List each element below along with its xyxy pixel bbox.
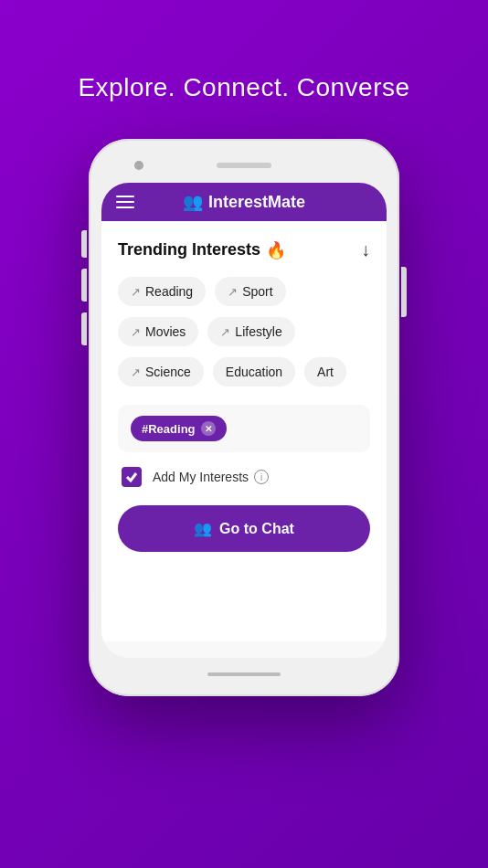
interests-grid: ↗ Reading ↗ Sport ↗ Movies ↗	[118, 277, 370, 386]
hamburger-menu-button[interactable]	[116, 196, 134, 208]
trend-icon: ↗	[131, 285, 141, 299]
interest-tag-reading[interactable]: ↗ Reading	[118, 277, 206, 306]
home-indicator	[207, 672, 281, 676]
phone-camera	[134, 161, 143, 170]
fire-emoji: 🔥	[266, 240, 286, 260]
volume-up-button	[81, 269, 87, 302]
interest-label: Art	[317, 365, 334, 379]
go-to-chat-button[interactable]: 👥 Go to Chat	[118, 505, 370, 552]
interest-label: Sport	[242, 284, 272, 299]
add-interests-row: Add My Interests i	[118, 467, 370, 487]
phone-bottom	[101, 665, 387, 683]
info-icon[interactable]: i	[254, 470, 269, 484]
mute-button	[81, 230, 87, 258]
app-bar: 👥 InterestMate	[101, 183, 387, 221]
page-tagline: Explore. Connect. Converse	[78, 73, 409, 102]
trend-icon: ↗	[131, 325, 141, 339]
phone-side-left	[81, 230, 87, 345]
interest-label: Education	[226, 365, 282, 379]
interest-tag-movies[interactable]: ↗ Movies	[118, 317, 198, 346]
trend-icon: ↗	[131, 365, 141, 379]
selected-tag-label: #Reading	[142, 422, 196, 436]
trending-title-text: Trending Interests	[118, 240, 260, 259]
trend-icon: ↗	[228, 285, 238, 299]
phone-shell: 👥 InterestMate Trending Interests 🔥 ↓ ↗	[89, 139, 399, 696]
interest-row-1: ↗ Reading ↗ Sport	[118, 277, 370, 306]
add-interests-text: Add My Interests	[153, 470, 249, 484]
interest-tag-lifestyle[interactable]: ↗ Lifestyle	[207, 317, 294, 346]
trending-title: Trending Interests 🔥	[118, 240, 286, 260]
add-interests-checkbox[interactable]	[122, 467, 142, 487]
selected-tags-area: #Reading ✕	[118, 405, 370, 452]
app-title-icon: 👥	[183, 192, 203, 212]
trend-icon: ↗	[220, 325, 230, 339]
phone-screen: 👥 InterestMate Trending Interests 🔥 ↓ ↗	[101, 183, 387, 658]
power-button	[401, 267, 407, 317]
chat-button-icon: 👥	[194, 520, 212, 537]
trending-section-header: Trending Interests 🔥 ↓	[118, 239, 370, 260]
phone-top-bar	[101, 152, 387, 179]
interest-tag-sport[interactable]: ↗ Sport	[215, 277, 285, 306]
app-title-text: InterestMate	[208, 193, 305, 212]
volume-down-button	[81, 312, 87, 345]
phone-speaker	[217, 163, 271, 168]
interest-label: Movies	[145, 324, 186, 339]
phone-side-right	[401, 267, 407, 317]
interest-label: Science	[145, 365, 191, 379]
interest-label: Reading	[145, 284, 193, 299]
interest-row-3: ↗ Science Education Art	[118, 357, 370, 386]
selected-tag-reading[interactable]: #Reading ✕	[131, 416, 227, 441]
interest-tag-science[interactable]: ↗ Science	[118, 357, 204, 386]
interest-tag-education[interactable]: Education	[213, 357, 295, 386]
interest-label: Lifestyle	[235, 324, 281, 339]
sort-down-icon[interactable]: ↓	[361, 239, 370, 260]
interest-tag-art[interactable]: Art	[304, 357, 346, 386]
chat-button-label: Go to Chat	[219, 521, 294, 537]
remove-tag-icon[interactable]: ✕	[201, 421, 216, 436]
app-title: 👥 InterestMate	[183, 192, 305, 212]
checkmark-icon	[125, 471, 138, 483]
interest-row-2: ↗ Movies ↗ Lifestyle	[118, 317, 370, 346]
add-interests-label: Add My Interests i	[153, 470, 269, 484]
content-area: Trending Interests 🔥 ↓ ↗ Reading ↗ Sport	[101, 221, 387, 641]
